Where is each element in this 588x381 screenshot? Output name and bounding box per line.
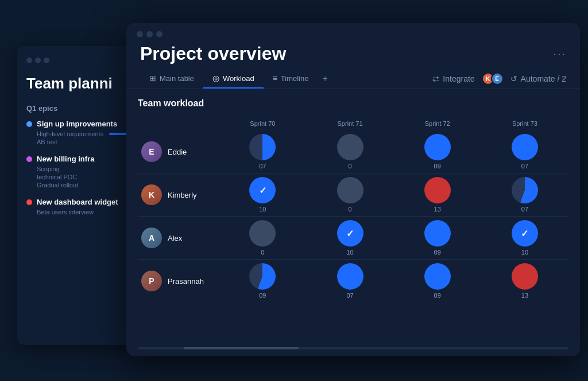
tab-timeline[interactable]: ≡ Timeline bbox=[264, 69, 318, 88]
sprint-71-header: Sprint 71 bbox=[306, 117, 393, 130]
cell-kimberly-sprint-2[interactable]: 13 bbox=[394, 174, 481, 217]
scrollbar-area[interactable] bbox=[126, 347, 580, 356]
automate-button[interactable]: ↺ Automate / 2 bbox=[510, 74, 566, 83]
workload-value: 07 bbox=[482, 206, 567, 213]
win-dot-2 bbox=[146, 31, 153, 37]
avatar-kimberly: K bbox=[141, 184, 162, 205]
epic-sub-3-1: Beta users interview bbox=[26, 209, 134, 215]
cell-kimberly-sprint-1[interactable]: 0 bbox=[306, 174, 393, 217]
cell-eddie-sprint-1[interactable]: 0 bbox=[306, 130, 393, 174]
epic-header-2: New billing infra bbox=[26, 155, 134, 163]
epic-header-3: New dashboard widget bbox=[26, 198, 134, 206]
workload-circle bbox=[249, 220, 276, 247]
workload-section: Team workload Sprint 70 Sprint 71 Sprint… bbox=[126, 89, 580, 347]
workload-value: 13 bbox=[395, 206, 480, 213]
cell-alex-sprint-3[interactable]: ✓ 10 bbox=[481, 217, 568, 260]
workload-value: 10 bbox=[220, 206, 305, 213]
avatar-alex: A bbox=[141, 228, 162, 248]
epic-title-1: Sign up improvements bbox=[37, 120, 117, 128]
tab-main-table[interactable]: ⊞ Main table bbox=[140, 69, 203, 88]
epic-sub-2-3: Gradual rollout bbox=[26, 182, 134, 188]
person-name-prasannah: Prasannah bbox=[168, 277, 204, 286]
cell-eddie-sprint-0[interactable]: 07 bbox=[219, 130, 306, 174]
workload-value: 09 bbox=[395, 163, 480, 170]
background-panel: Team planni Q1 epics Sign up improvement… bbox=[17, 46, 144, 345]
epic-dot-1 bbox=[26, 121, 32, 127]
epic-dot-3 bbox=[26, 199, 32, 205]
name-column-header bbox=[138, 117, 219, 130]
integrate-button[interactable]: ⇄ Integrate bbox=[432, 74, 474, 83]
workload-circle bbox=[337, 263, 363, 290]
table-row: P Prasannah 09 07 09 13 bbox=[138, 260, 568, 302]
automate-icon: ↺ bbox=[510, 74, 517, 83]
epic-sub-2-1: Scoping bbox=[26, 166, 134, 172]
tab-workload-label: Workload bbox=[223, 74, 254, 83]
project-title: Project overview bbox=[140, 43, 286, 64]
epic-group-1: Sign up improvements High-level requirem… bbox=[26, 120, 134, 145]
workload-circle bbox=[424, 220, 451, 247]
main-panel: Project overview ··· ⊞ Main table ◎ Work… bbox=[126, 23, 580, 356]
avatar-eddie: E bbox=[141, 141, 162, 162]
workload-circle bbox=[249, 134, 276, 160]
add-tab-button[interactable]: + bbox=[318, 69, 332, 88]
workload-table: Sprint 70 Sprint 71 Sprint 72 Sprint 73 … bbox=[138, 117, 568, 302]
workload-circle bbox=[512, 177, 538, 203]
integrate-label: Integrate bbox=[443, 74, 474, 83]
person-cell: A Alex bbox=[138, 217, 219, 260]
cell-kimberly-sprint-0[interactable]: ✓ 10 bbox=[219, 174, 306, 217]
workload-value: 09 bbox=[220, 292, 305, 299]
timeline-icon: ≡ bbox=[273, 74, 277, 83]
workload-section-title: Team workload bbox=[138, 98, 568, 109]
table-row: E Eddie 07 0 09 07 bbox=[138, 130, 568, 174]
epic-group-2: New billing infra Scoping technical POC … bbox=[26, 155, 134, 188]
workload-circle bbox=[424, 177, 451, 203]
scrollbar-track bbox=[138, 347, 568, 349]
cell-alex-sprint-2[interactable]: 09 bbox=[394, 217, 481, 260]
person-name-alex: Alex bbox=[168, 234, 182, 243]
table-row: A Alex 0 ✓ 10 09 ✓ 10 bbox=[138, 217, 568, 260]
check-icon: ✓ bbox=[521, 228, 528, 239]
workload-value: 09 bbox=[395, 249, 480, 256]
person-cell: K Kimberly bbox=[138, 174, 219, 217]
table-icon: ⊞ bbox=[149, 74, 156, 83]
tab-bar: ⊞ Main table ◎ Workload ≡ Timeline + ⇄ I… bbox=[126, 64, 580, 89]
cell-eddie-sprint-2[interactable]: 09 bbox=[394, 130, 481, 174]
sprint-72-header: Sprint 72 bbox=[394, 117, 481, 130]
workload-icon: ◎ bbox=[212, 74, 219, 83]
person-cell: E Eddie bbox=[138, 130, 219, 174]
cell-prasannah-sprint-0[interactable]: 09 bbox=[219, 260, 306, 302]
cell-alex-sprint-1[interactable]: ✓ 10 bbox=[306, 217, 393, 260]
workload-value: 0 bbox=[220, 249, 305, 256]
cell-kimberly-sprint-3[interactable]: 07 bbox=[481, 174, 568, 217]
workload-circle: ✓ bbox=[249, 177, 276, 203]
workload-value: 0 bbox=[307, 163, 392, 170]
cell-alex-sprint-0[interactable]: 0 bbox=[219, 217, 306, 260]
tab-main-table-label: Main table bbox=[160, 74, 194, 83]
epic-title-3: New dashboard widget bbox=[37, 198, 118, 206]
more-options-button[interactable]: ··· bbox=[553, 47, 566, 60]
sprint-header-row: Sprint 70 Sprint 71 Sprint 72 Sprint 73 bbox=[138, 117, 568, 130]
cell-prasannah-sprint-1[interactable]: 07 bbox=[306, 260, 393, 302]
sprint-70-header: Sprint 70 bbox=[219, 117, 306, 130]
workload-circle: ✓ bbox=[512, 220, 538, 247]
epic-title-2: New billing infra bbox=[37, 155, 94, 163]
cell-prasannah-sprint-2[interactable]: 09 bbox=[394, 260, 481, 302]
dot-1 bbox=[26, 57, 32, 63]
check-icon: ✓ bbox=[259, 185, 266, 196]
workload-circle bbox=[512, 263, 538, 290]
workload-circle bbox=[337, 134, 363, 160]
integrate-icon: ⇄ bbox=[432, 74, 439, 83]
collaborator-avatars: K E bbox=[482, 72, 504, 85]
person-name-kimberly: Kimberly bbox=[168, 191, 197, 199]
workload-circle bbox=[337, 177, 363, 203]
cell-prasannah-sprint-3[interactable]: 13 bbox=[481, 260, 568, 302]
sprint-73-header: Sprint 73 bbox=[481, 117, 568, 130]
workload-value: 07 bbox=[220, 163, 305, 170]
workload-value: 07 bbox=[307, 292, 392, 299]
tab-workload[interactable]: ◎ Workload bbox=[203, 69, 264, 88]
window-control-bar bbox=[126, 23, 580, 37]
bg-panel-title: Team planni bbox=[26, 75, 134, 93]
cell-eddie-sprint-3[interactable]: 07 bbox=[481, 130, 568, 174]
workload-circle bbox=[512, 134, 538, 160]
workload-value: 09 bbox=[395, 292, 480, 299]
